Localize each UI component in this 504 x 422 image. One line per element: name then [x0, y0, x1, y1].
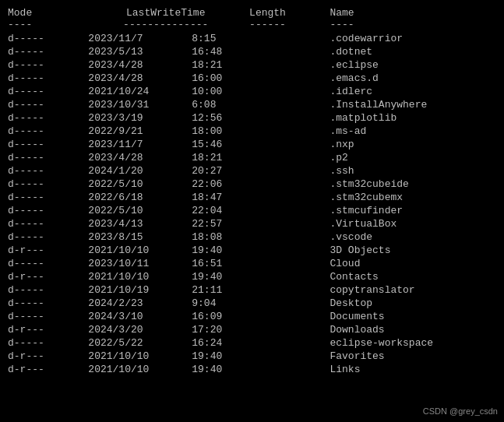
cell-name: .InstallAnywhere [326, 98, 499, 111]
cell-length [246, 151, 326, 164]
cell-date: 2024/3/10 [85, 310, 189, 323]
table-row: d-----2024/1/2020:27.ssh [5, 164, 499, 178]
cell-name: .stm32cubemx [326, 191, 499, 204]
cell-time: 18:21 [189, 58, 246, 72]
table-row: d-r---2024/3/2017:20Downloads [5, 323, 499, 336]
cell-mode: d-r--- [5, 323, 85, 336]
table-row: d-----2022/5/1022:06.stm32cubeide [5, 178, 499, 191]
cell-mode: d----- [5, 204, 85, 217]
cell-length [246, 72, 326, 85]
cell-name: .nxp [326, 138, 499, 151]
cell-name: Favorites [326, 350, 499, 363]
cell-date: 2022/9/21 [85, 125, 189, 138]
cell-mode: d----- [5, 72, 85, 85]
table-row: d-----2023/10/316:08.InstallAnywhere [5, 98, 499, 111]
cell-mode: d----- [5, 191, 85, 204]
cell-name: Links [326, 363, 499, 376]
cell-name: .VirtualBox [326, 217, 499, 230]
cell-time: 22:57 [189, 217, 246, 230]
underline-length: ------ [246, 19, 326, 32]
terminal-output: Mode LastWriteTime Length Name ---- ----… [5, 6, 499, 376]
cell-time: 9:04 [189, 297, 246, 310]
cell-name: Contacts [326, 270, 499, 283]
cell-name: .emacs.d [326, 72, 499, 85]
table-row: d-r---2021/10/1019:403D Objects [5, 244, 499, 257]
cell-length [246, 58, 326, 72]
header-name: Name [326, 6, 499, 19]
cell-mode: d----- [5, 178, 85, 191]
cell-length [246, 336, 326, 350]
cell-date: 2023/4/28 [85, 72, 189, 85]
underline-mode: ---- [5, 19, 85, 32]
cell-date: 2022/5/22 [85, 336, 189, 350]
cell-time: 20:27 [189, 164, 246, 178]
cell-name: .codewarrior [326, 32, 499, 45]
cell-name: .eclipse [326, 58, 499, 72]
cell-time: 15:46 [189, 138, 246, 151]
cell-mode: d----- [5, 138, 85, 151]
table-row: d-----2023/5/1316:48.dotnet [5, 45, 499, 58]
cell-date: 2021/10/10 [85, 350, 189, 363]
table-row: d-----2023/11/715:46.nxp [5, 138, 499, 151]
cell-time: 18:47 [189, 191, 246, 204]
table-row: d-----2023/4/2818:21.eclipse [5, 58, 499, 72]
cell-date: 2023/8/15 [85, 230, 189, 244]
cell-time: 16:24 [189, 336, 246, 350]
cell-date: 2023/10/31 [85, 98, 189, 111]
cell-name: .ssh [326, 164, 499, 178]
cell-date: 2023/3/19 [85, 111, 189, 125]
cell-date: 2022/6/18 [85, 191, 189, 204]
cell-length [246, 178, 326, 191]
cell-mode: d----- [5, 230, 85, 244]
table-row: d-----2022/9/2118:00.ms-ad [5, 125, 499, 138]
cell-mode: d----- [5, 85, 85, 98]
cell-date: 2023/11/7 [85, 138, 189, 151]
table-row: d-----2023/8/1518:08.vscode [5, 230, 499, 244]
cell-mode: d----- [5, 125, 85, 138]
cell-length [246, 85, 326, 98]
table-body: d-----2023/11/78:15.codewarriord-----202… [5, 32, 499, 376]
cell-length [246, 297, 326, 310]
cell-mode: d----- [5, 283, 85, 297]
cell-time: 16:48 [189, 45, 246, 58]
table-row: d-r---2021/10/1019:40Links [5, 363, 499, 376]
header-length: Length [246, 6, 326, 19]
cell-length [246, 350, 326, 363]
underline-name: ---- [326, 19, 499, 32]
cell-date: 2023/5/13 [85, 45, 189, 58]
cell-mode: d----- [5, 297, 85, 310]
table-row: d-----2022/5/2216:24eclipse-workspace [5, 336, 499, 350]
header-lastwritetime: LastWriteTime [85, 6, 246, 19]
cell-mode: d-r--- [5, 270, 85, 283]
cell-time: 10:00 [189, 85, 246, 98]
header-mode: Mode [5, 6, 85, 19]
cell-mode: d-r--- [5, 244, 85, 257]
table-row: d-----2024/3/1016:09Documents [5, 310, 499, 323]
table-header-row: Mode LastWriteTime Length Name [5, 6, 499, 19]
cell-time: 19:40 [189, 363, 246, 376]
watermark-label: CSDN @grey_csdn [423, 406, 498, 416]
cell-length [246, 323, 326, 336]
cell-name: eclipse-workspace [326, 336, 499, 350]
cell-time: 22:04 [189, 204, 246, 217]
cell-length [246, 244, 326, 257]
cell-length [246, 98, 326, 111]
cell-date: 2024/1/20 [85, 164, 189, 178]
cell-time: 6:08 [189, 98, 246, 111]
cell-mode: d----- [5, 310, 85, 323]
cell-date: 2023/4/28 [85, 151, 189, 164]
cell-name: .idlerc [326, 85, 499, 98]
cell-time: 19:40 [189, 350, 246, 363]
cell-date: 2023/11/7 [85, 32, 189, 45]
cell-date: 2023/4/28 [85, 58, 189, 72]
cell-length [246, 270, 326, 283]
cell-length [246, 217, 326, 230]
cell-date: 2021/10/19 [85, 283, 189, 297]
table-row: d-----2023/4/2818:21.p2 [5, 151, 499, 164]
cell-mode: d----- [5, 217, 85, 230]
cell-length [246, 111, 326, 125]
cell-length [246, 191, 326, 204]
cell-time: 8:15 [189, 32, 246, 45]
cell-name: .p2 [326, 151, 499, 164]
cell-time: 22:06 [189, 178, 246, 191]
